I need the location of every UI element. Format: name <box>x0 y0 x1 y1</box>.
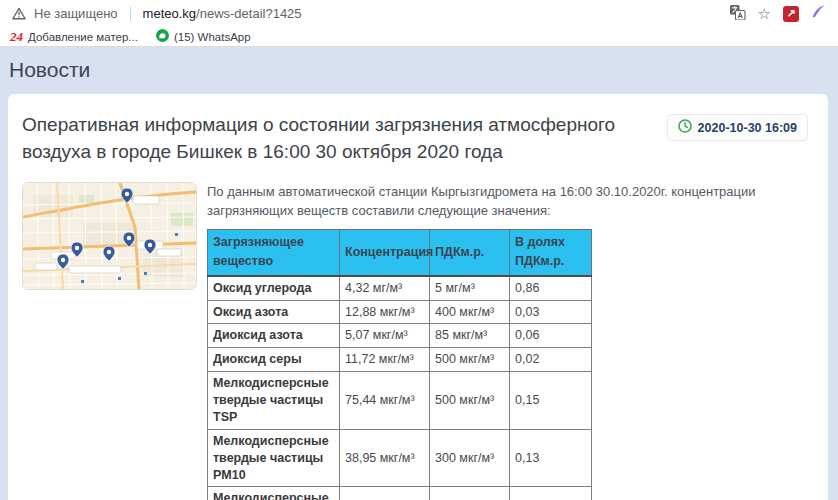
bookmark-label: Добавление матер... <box>28 31 138 43</box>
bookmark-label: (15) WhatsApp <box>174 31 251 43</box>
cell-concentration: 5,07 мкг/м³ <box>340 324 430 348</box>
cell-substance: Оксид углерода <box>208 276 340 300</box>
browser-chrome: Не защищено meteo.kg/news-detail?1425 ☆ … <box>0 0 838 47</box>
cell-concentration: 13,99 мкг/м³ <box>340 487 430 500</box>
cell-concentration: 11,72 мкг/м³ <box>340 348 430 372</box>
cell-share: 0,15 <box>510 372 592 430</box>
col-header-mpc-share: В долях ПДКм.р. <box>510 229 592 275</box>
address-divider <box>130 7 131 21</box>
cell-mpc: 500 мкг/м³ <box>430 348 510 372</box>
table-header-row: Загрязняющее вещество Концентрация ПДКм.… <box>208 229 592 275</box>
cell-substance: Мелкодисперсные твердые частицы TSP <box>208 372 340 430</box>
col-header-concentration: Концентрация <box>340 229 430 275</box>
table-row: Диоксид серы 11,72 мкг/м³ 500 мкг/м³ 0,0… <box>208 348 592 372</box>
url-host: meteo.kg <box>143 6 196 21</box>
cell-share: 0,03 <box>510 300 592 324</box>
cell-mpc: 300 мкг/м³ <box>430 429 510 487</box>
clock-icon <box>678 119 692 136</box>
stations-map-thumbnail[interactable] <box>22 182 197 290</box>
security-label: Не защищено <box>34 6 118 21</box>
col-header-substance: Загрязняющее вещество <box>208 229 340 275</box>
timestamp-text: 2020-10-30 16:09 <box>698 121 797 135</box>
cell-share: 0,06 <box>510 324 592 348</box>
cell-substance: Диоксид серы <box>208 348 340 372</box>
table-row: Мелкодисперсные твердые частицы PM2.5 13… <box>208 487 592 500</box>
address-bar[interactable]: Не защищено meteo.kg/news-detail?1425 ☆ … <box>0 0 838 27</box>
url-text[interactable]: meteo.kg/news-detail?1425 <box>143 6 302 21</box>
cell-concentration: 75,44 мкг/м³ <box>340 372 430 430</box>
cell-concentration: 12,88 мкг/м³ <box>340 300 430 324</box>
cell-concentration: 4,32 мг/м³ <box>340 276 430 300</box>
cell-substance: Мелкодисперсные твердые частицы PM10 <box>208 429 340 487</box>
cell-substance: Оксид азота <box>208 300 340 324</box>
cell-share: 0,09 <box>510 487 592 500</box>
article-card: Оперативная информация о состоянии загря… <box>8 94 828 500</box>
url-path: /news-detail?1425 <box>196 6 302 21</box>
cell-substance: Диоксид азота <box>208 324 340 348</box>
table-row: Оксид углерода 4,32 мг/м³ 5 мг/м³ 0,86 <box>208 276 592 300</box>
24kg-favicon: 24 <box>10 29 23 45</box>
cell-mpc: 400 мкг/м³ <box>430 300 510 324</box>
cell-share: 0,13 <box>510 429 592 487</box>
not-secure-warning-icon[interactable] <box>12 7 26 20</box>
table-row: Диоксид азота 5,07 мкг/м³ 85 мкг/м³ 0,06 <box>208 324 592 348</box>
page-title: Новости <box>0 47 838 94</box>
translate-icon[interactable] <box>729 4 746 24</box>
bookmarks-bar: 24 Добавление матер... (15) WhatsApp <box>0 27 838 46</box>
bookmark-item-whatsapp[interactable]: (15) WhatsApp <box>156 29 251 44</box>
map-image <box>23 183 196 289</box>
news-page: Новости Оперативная информация о состоян… <box>0 47 838 500</box>
cell-share: 0,86 <box>510 276 592 300</box>
cell-mpc: 160 мкг/м³ <box>430 487 510 500</box>
cell-substance: Мелкодисперсные твердые частицы PM2.5 <box>208 487 340 500</box>
cell-concentration: 38,95 мкг/м³ <box>340 429 430 487</box>
extension-red-arrow-icon[interactable]: ↗ <box>783 6 799 22</box>
whatsapp-favicon <box>156 29 169 44</box>
cell-mpc: 5 мг/м³ <box>430 276 510 300</box>
table-row: Мелкодисперсные твердые частицы PM10 38,… <box>208 429 592 487</box>
cell-mpc: 500 мкг/м³ <box>430 372 510 430</box>
pollution-table: Загрязняющее вещество Концентрация ПДКм.… <box>207 229 592 500</box>
bookmark-item-24kg[interactable]: 24 Добавление матер... <box>10 29 138 45</box>
article-title: Оперативная информация о состоянии загря… <box>22 112 651 166</box>
cell-mpc: 85 мкг/м³ <box>430 324 510 348</box>
cell-share: 0,02 <box>510 348 592 372</box>
table-row: Оксид азота 12,88 мкг/м³ 400 мкг/м³ 0,03 <box>208 300 592 324</box>
timestamp-badge: 2020-10-30 16:09 <box>667 114 808 141</box>
col-header-mpc: ПДКм.р. <box>430 229 510 275</box>
table-row: Мелкодисперсные твердые частицы TSP 75,4… <box>208 372 592 430</box>
intro-paragraph: По данным автоматической станции Кыргызг… <box>207 182 808 221</box>
extension-feather-icon[interactable] <box>811 4 826 23</box>
bookmark-star-icon[interactable]: ☆ <box>758 6 771 21</box>
